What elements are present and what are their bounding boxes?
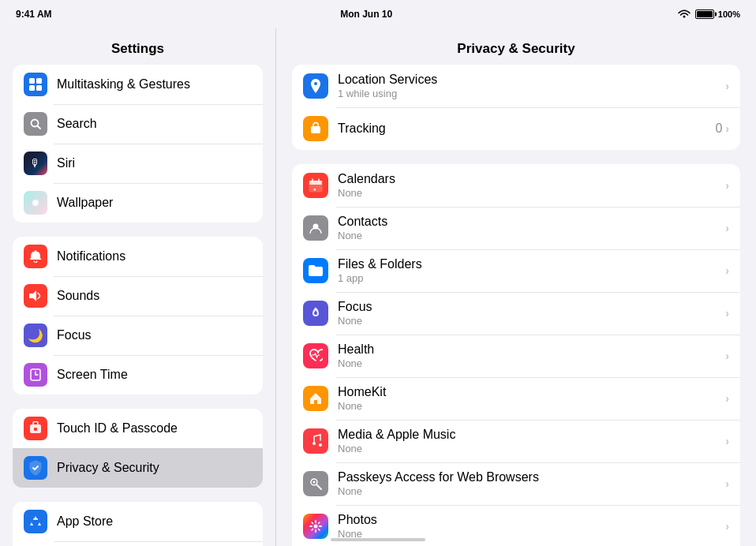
- siri-label: Siri: [57, 156, 75, 170]
- location-chevron: ›: [725, 80, 729, 92]
- sidebar-item-touchid[interactable]: Touch ID & Passcode: [13, 409, 263, 448]
- sidebar-item-focus[interactable]: 🌙 Focus: [13, 316, 263, 355]
- sidebar-item-multitasking[interactable]: Multitasking & Gestures: [13, 65, 263, 104]
- passkeys-icon: [303, 471, 328, 496]
- health-subtitle: None: [338, 357, 716, 369]
- tracking-title: Tracking: [338, 122, 705, 136]
- settings-row-tracking[interactable]: Tracking 0 ›: [292, 107, 740, 150]
- siri-icon: 🎙: [24, 151, 47, 175]
- homekit-subtitle: None: [338, 400, 716, 412]
- status-date: Mon Jun 10: [340, 9, 392, 20]
- passkeys-subtitle: None: [338, 485, 716, 497]
- contacts-subtitle: None: [338, 230, 716, 241]
- calendars-right: ›: [725, 179, 729, 192]
- sidebar-item-screentime[interactable]: Screen Time: [13, 355, 263, 395]
- passkeys-right: ›: [725, 477, 729, 490]
- svg-point-23: [314, 82, 317, 85]
- sidebar-item-siri[interactable]: 🎙 Siri: [13, 144, 263, 183]
- contacts-icon: [303, 215, 328, 241]
- health-title: Health: [338, 342, 716, 357]
- homekit-title: HomeKit: [338, 385, 716, 399]
- health-text: Health None: [338, 342, 716, 369]
- tracking-text: Tracking: [338, 122, 705, 136]
- main-layout: Settings Multitasking & Gestures: [0, 28, 756, 546]
- settings-row-media[interactable]: Media & Apple Music None ›: [292, 420, 740, 462]
- sidebar-item-search[interactable]: Search: [13, 104, 263, 144]
- svg-rect-24: [311, 126, 320, 133]
- media-subtitle: None: [338, 443, 716, 454]
- files-chevron: ›: [725, 264, 729, 277]
- calendars-title: Calendars: [338, 172, 716, 186]
- screentime-icon: [24, 363, 47, 387]
- status-icons: 100%: [678, 9, 740, 19]
- contacts-chevron: ›: [725, 222, 729, 234]
- sidebar-item-gamecenter[interactable]: Game Center: [13, 541, 263, 546]
- photos-text: Photos None: [338, 513, 716, 540]
- files-right: ›: [725, 264, 729, 277]
- status-time: 9:41 AM: [16, 9, 52, 20]
- sidebar-item-appstore[interactable]: App Store: [13, 502, 263, 541]
- sidebar-item-notifications[interactable]: Notifications: [13, 237, 263, 276]
- svg-line-39: [312, 522, 313, 524]
- homekit-icon: [303, 386, 328, 411]
- search-label: Search: [57, 117, 97, 131]
- settings-row-passkeys[interactable]: Passkeys Access for Web Browsers None ›: [292, 462, 740, 505]
- appstore-icon: [24, 510, 47, 533]
- status-bar: 9:41 AM Mon Jun 10 100%: [0, 0, 756, 28]
- passkeys-chevron: ›: [725, 477, 729, 490]
- sidebar-item-privacy[interactable]: Privacy & Security: [13, 448, 263, 488]
- location-icon: [303, 73, 328, 99]
- files-subtitle: 1 app: [338, 272, 716, 284]
- photos-right: ›: [725, 520, 729, 533]
- sidebar-item-sounds[interactable]: Sounds: [13, 276, 263, 316]
- location-subtitle: 1 while using: [338, 88, 716, 99]
- home-indicator: [331, 538, 425, 541]
- svg-text:●: ●: [313, 187, 316, 192]
- battery-icon: 100%: [695, 9, 740, 19]
- battery-percent: 100%: [718, 9, 740, 19]
- files-title: Files & Folders: [338, 257, 716, 271]
- calendars-text: Calendars None: [338, 172, 716, 199]
- homekit-text: HomeKit None: [338, 385, 716, 412]
- settings-row-homekit[interactable]: HomeKit None ›: [292, 377, 740, 420]
- sidebar-item-wallpaper[interactable]: Wallpaper: [13, 183, 263, 223]
- multitasking-icon: [24, 73, 47, 96]
- settings-row-health[interactable]: Health None ›: [292, 335, 740, 377]
- svg-rect-3: [36, 85, 42, 91]
- focus-perm-title: Focus: [338, 300, 716, 314]
- focus-perm-subtitle: None: [338, 315, 716, 327]
- svg-point-33: [313, 481, 316, 484]
- notifications-label: Notifications: [57, 249, 125, 264]
- tracking-chevron: ›: [725, 122, 729, 135]
- notifications-icon: [24, 245, 47, 268]
- photos-title: Photos: [338, 513, 716, 527]
- multitasking-label: Multitasking & Gestures: [57, 77, 190, 92]
- files-text: Files & Folders 1 app: [338, 257, 716, 284]
- wifi-icon: [678, 9, 691, 19]
- svg-point-34: [314, 525, 318, 529]
- settings-row-calendars[interactable]: ● Calendars None ›: [292, 164, 740, 207]
- sidebar-group-2: Notifications Sounds 🌙 Focus: [13, 237, 263, 395]
- settings-row-location[interactable]: Location Services 1 while using ›: [292, 65, 740, 107]
- tracking-right: 0 ›: [715, 122, 729, 136]
- passkeys-title: Passkeys Access for Web Browsers: [338, 470, 716, 484]
- contacts-text: Contacts None: [338, 215, 716, 241]
- svg-point-7: [34, 201, 37, 204]
- location-text: Location Services 1 while using: [338, 73, 716, 99]
- svg-rect-13: [34, 428, 37, 431]
- media-text: Media & Apple Music None: [338, 428, 716, 454]
- photos-chevron: ›: [725, 520, 729, 533]
- homekit-chevron: ›: [725, 392, 729, 405]
- settings-row-files[interactable]: Files & Folders 1 app ›: [292, 249, 740, 292]
- focus-label: Focus: [57, 328, 92, 342]
- settings-row-focus-perm[interactable]: Focus None ›: [292, 292, 740, 335]
- settings-row-contacts[interactable]: Contacts None ›: [292, 207, 740, 249]
- right-content: Location Services 1 while using ›: [276, 65, 756, 546]
- svg-rect-26: [309, 181, 322, 185]
- focus-perm-icon: [303, 301, 328, 326]
- settings-group-top: Location Services 1 while using ›: [292, 65, 740, 150]
- svg-line-40: [319, 529, 320, 531]
- calendars-subtitle: None: [338, 187, 716, 199]
- search-icon: [24, 112, 47, 136]
- sidebar: Settings Multitasking & Gestures: [0, 28, 276, 546]
